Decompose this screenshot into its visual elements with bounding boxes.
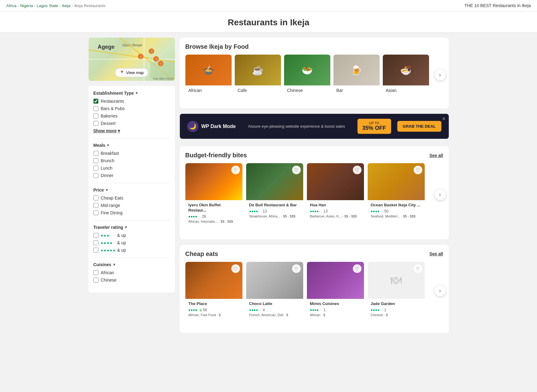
choco-rating: ●●●●○ 4 (249, 308, 300, 312)
budget-cards-wrapper: ♡ Iyeru Okin Buffet Restaur... ●●●●○ 28 … (185, 163, 443, 226)
establishment-filter: Establishment Type ▾ Restaurants Bars & … (93, 91, 170, 133)
food-card-chinese[interactable]: 🥗 Chinese (284, 55, 330, 95)
restaurant-card-debull[interactable]: ♡ De Bull Restaurant & Bar ●●●●○ 13 Stea… (246, 163, 303, 226)
svg-text:🍴: 🍴 (139, 55, 143, 59)
food-card-african[interactable]: 🍲 African (185, 55, 232, 95)
dessert-label: Dessert (101, 121, 116, 126)
traveler-rating-title[interactable]: Traveler rating ▾ (93, 225, 170, 230)
price-chevron: ▾ (106, 188, 108, 192)
restaurant-card-iyeru[interactable]: ♡ Iyeru Okin Buffet Restaur... ●●●●○ 28 … (185, 163, 242, 226)
food-card-cafe[interactable]: ☕ Cafe (235, 55, 281, 95)
iyeru-heart-button[interactable]: ♡ (231, 166, 240, 174)
lunch-label: Lunch (101, 166, 113, 171)
cheap-eats-cards-wrapper: ♡ The Place ●●●●◑ 58 African, Fast Food … (185, 262, 443, 320)
choco-heart-button[interactable]: ♡ (292, 264, 301, 273)
midrange-checkbox[interactable] (93, 203, 98, 208)
ad-cta-button[interactable]: GRAB THE DEAL (397, 121, 441, 132)
dinner-checkbox[interactable] (93, 173, 98, 178)
map-dot-4: 🍴 (158, 61, 163, 68)
rating-4up-checkbox[interactable] (93, 240, 98, 245)
restaurant-card-jade[interactable]: ♡ 🍽 Jade Garden ●●●●○ 1 Chinese · $ (368, 262, 425, 320)
bakeries-checkbox[interactable] (93, 113, 98, 118)
restaurant-card-mimis[interactable]: ♡ Mimis Cuisines ●●●●○ 1 African · $ (307, 262, 364, 320)
huahan-rating: ●●●●○ 13 (310, 209, 361, 213)
breadcrumb-ikeja[interactable]: Ikeja (62, 3, 70, 8)
jade-image: ♡ 🍽 (368, 262, 425, 299)
breadcrumb-current: Ikeja Restaurants (74, 3, 105, 8)
establishment-title[interactable]: Establishment Type ▾ (93, 91, 170, 96)
food-card-asian[interactable]: 🍜 Asian (383, 55, 429, 95)
food-img-cafe: ☕ (235, 55, 281, 85)
restaurant-card-choco[interactable]: ♡ Choco Latte ●●●●○ 4 French, American, … (246, 262, 303, 320)
browse-food-header: Browse Ikeja by Food (185, 43, 443, 50)
ad-brand-name: WP Dark Mode (201, 124, 236, 129)
brunch-checkbox[interactable] (93, 158, 98, 163)
chinese-cuisine-checkbox[interactable] (93, 278, 98, 283)
breadcrumb-nigeria[interactable]: Nigeria (20, 3, 33, 8)
filter-dinner: Dinner (93, 173, 170, 178)
breadcrumb-lagos[interactable]: Lagos State (37, 3, 58, 8)
iyeru-image: ♡ (185, 163, 242, 200)
view-map-button[interactable]: 📍 View map (115, 68, 148, 77)
ocean-body: Ocean Basket Ikeja City ... ●●●●○ 50 Sea… (368, 200, 425, 221)
breadcrumb: Africa › Nigeria › Lagos State › Ikeja ›… (6, 3, 105, 8)
top-bar: Africa › Nigeria › Lagos State › Ikeja ›… (0, 0, 537, 11)
fine-dining-checkbox[interactable] (93, 210, 98, 215)
meals-title[interactable]: Meals ▾ (93, 143, 170, 148)
ad-close-button[interactable]: ✕ (442, 116, 446, 121)
fine-dining-label: Fine Dining (101, 210, 123, 215)
meals-chevron: ▾ (107, 143, 109, 147)
cheap-eats-see-all[interactable]: See all (429, 251, 443, 256)
jade-no-image-icon: 🍽 (390, 274, 402, 287)
food-card-bar[interactable]: 🍺 Bar (333, 55, 380, 95)
price-title[interactable]: Price ▾ (93, 188, 170, 192)
chinese-cuisine-label: Chinese (101, 278, 117, 283)
debull-heart-button[interactable]: ♡ (292, 166, 301, 174)
mimis-heart-button[interactable]: ♡ (353, 264, 361, 273)
huahan-image: ♡ (307, 163, 364, 200)
ocean-count: 50 (384, 209, 388, 213)
cheap-eats-scroll-right[interactable]: › (435, 285, 446, 296)
jade-name: Jade Garden (371, 301, 422, 307)
iyeru-count: 28 (202, 214, 206, 219)
budget-see-all[interactable]: See all (429, 153, 443, 158)
african-cuisine-checkbox[interactable] (93, 270, 98, 275)
budget-scroll-right[interactable]: › (435, 189, 446, 200)
breakfast-checkbox[interactable] (93, 151, 98, 156)
theplace-heart-button[interactable]: ♡ (231, 264, 240, 273)
cuisines-title[interactable]: Cuisines ▾ (93, 262, 170, 267)
restaurants-checkbox[interactable] (93, 99, 98, 104)
huahan-body: Hua Han ●●●●○ 13 Barbecue, Asian, K... ·… (307, 200, 364, 221)
theplace-body: The Place ●●●●◑ 58 African, Fast Food · … (185, 299, 242, 320)
show-more-button[interactable]: Show more ▾ (93, 128, 170, 133)
debull-count: 13 (263, 209, 267, 213)
bars-pubs-checkbox[interactable] (93, 106, 98, 111)
show-more-chevron: ▾ (118, 128, 120, 133)
jade-body: Jade Garden ●●●●○ 1 Chinese · $ (368, 299, 425, 320)
filter-fine-dining: Fine Dining (93, 210, 170, 215)
dinner-label: Dinner (101, 173, 114, 178)
jade-heart-button[interactable]: ♡ (414, 264, 422, 273)
browse-food-section: Browse Ikeja by Food 🍲 African ☕ Cafe 🥗 … (180, 38, 449, 108)
huahan-name: Hua Han (310, 203, 361, 208)
budget-section: Budget-friendly bites See all ♡ Iyeru Ok… (180, 146, 449, 239)
rating-3up-checkbox[interactable] (93, 233, 98, 238)
rating-5up-checkbox[interactable] (93, 248, 98, 253)
debull-meta: Steakhouse, Africa... · $$ - $$$ (249, 214, 300, 218)
huahan-heart-button[interactable]: ♡ (353, 166, 361, 174)
dessert-checkbox[interactable] (93, 121, 98, 126)
restaurant-card-huahan[interactable]: ♡ Hua Han ●●●●○ 13 Barbecue, Asian, K...… (307, 163, 364, 226)
budget-title: Budget-friendly bites (185, 152, 247, 159)
ocean-heart-button[interactable]: ♡ (414, 166, 422, 174)
cuisines-chevron: ▾ (113, 262, 115, 267)
restaurant-card-theplace[interactable]: ♡ The Place ●●●●◑ 58 African, Fast Food … (185, 262, 242, 320)
restaurant-card-ocean[interactable]: ♡ Ocean Basket Ikeja City ... ●●●●○ 50 S… (368, 163, 425, 226)
svg-text:🍴: 🍴 (159, 62, 163, 66)
browse-scroll-right[interactable]: › (435, 69, 446, 80)
african-cuisine-label: African (101, 270, 114, 275)
lunch-checkbox[interactable] (93, 166, 98, 171)
cheap-eats-checkbox[interactable] (93, 196, 98, 200)
breadcrumb-africa[interactable]: Africa (6, 3, 16, 8)
stars-5: ● ● ● ● ● & up (101, 248, 126, 253)
jade-rating: ●●●●○ 1 (371, 308, 422, 312)
